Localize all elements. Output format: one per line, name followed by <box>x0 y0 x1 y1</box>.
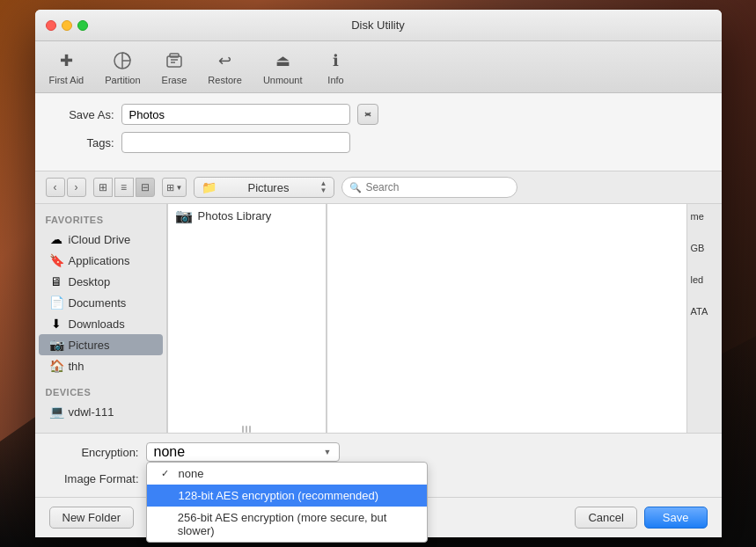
sidebar-item-pictures[interactable]: 📷 Pictures <box>39 334 163 355</box>
view-buttons: ⊞ ≡ ⊟ <box>93 178 155 197</box>
toolbar-unmount[interactable]: ⏏ Unmount <box>263 48 303 85</box>
restore-label: Restore <box>208 75 242 85</box>
save-as-input[interactable] <box>121 104 350 125</box>
toolbar-erase[interactable]: Erase <box>162 48 187 85</box>
main-content: Favorites ☁ iCloud Drive 🔖 Applications … <box>35 204 722 433</box>
dropdown-item-128bit[interactable]: 128-bit AES encryption (recommended) <box>147 485 427 507</box>
side-info-panel: me GB led ATA <box>686 204 722 433</box>
new-folder-button[interactable]: New Folder <box>49 507 134 529</box>
location-folder-icon: 📁 <box>202 180 217 194</box>
tags-input[interactable] <box>121 132 350 153</box>
photos-library-name: Photos Library <box>198 209 272 222</box>
unmount-label: Unmount <box>263 75 303 85</box>
sidebar-vdwl-label: vdwl-111 <box>69 405 114 419</box>
devices-header: Devices <box>35 383 166 401</box>
first-aid-icon: ✚ <box>54 48 78 73</box>
side-info-led: led <box>691 274 718 285</box>
back-button[interactable]: ‹ <box>46 178 65 197</box>
toolbar-partition[interactable]: Partition <box>105 48 140 85</box>
sidebar-downloads-label: Downloads <box>69 317 125 331</box>
unmount-icon: ⏏ <box>270 48 295 73</box>
encryption-dropdown[interactable]: none ▼ <box>146 442 340 462</box>
forward-button[interactable]: › <box>67 178 86 197</box>
encryption-row: Encryption: none ▼ ✓ none 128-bit AES en… <box>49 442 708 462</box>
thh-icon: 🏠 <box>49 359 63 373</box>
sidebar-item-vdwl[interactable]: 💻 vdwl-111 <box>39 401 163 422</box>
dropdown-item-256bit-label: 256-bit AES encryption (more secure, but… <box>178 511 413 537</box>
save-as-row: Save As: <box>53 104 704 125</box>
first-aid-label: First Aid <box>49 75 84 85</box>
documents-icon: 📄 <box>49 295 63 310</box>
save-button[interactable]: Save <box>644 507 708 529</box>
location-popup[interactable]: 📁 Pictures ▲▼ <box>194 177 334 198</box>
side-info-gb: GB <box>691 243 718 253</box>
expand-button[interactable] <box>357 104 378 125</box>
search-icon: 🔍 <box>349 182 362 193</box>
encryption-current-value: none <box>154 444 186 460</box>
icon-view-button[interactable]: ⊞ <box>93 178 113 197</box>
partition-icon <box>110 48 135 73</box>
dropdown-item-128bit-label: 128-bit AES encryption (recommended) <box>179 489 379 502</box>
erase-label: Erase <box>162 75 187 85</box>
nav-bar: ‹ › ⊞ ≡ ⊟ ⊞ ▼ 📁 Pictures ▲▼ 🔍 <box>35 171 722 204</box>
sidebar-applications-label: Applications <box>69 254 130 267</box>
applications-icon: 🔖 <box>49 253 63 267</box>
photos-library-icon: 📷 <box>175 208 193 224</box>
traffic-lights <box>46 20 88 31</box>
dropdown-item-none-label: none <box>179 467 204 480</box>
bottom-panel: Encryption: none ▼ ✓ none 128-bit AES en… <box>35 433 722 497</box>
icloud-icon: ☁ <box>49 232 63 246</box>
info-label: Info <box>327 75 343 85</box>
restore-icon: ↩ <box>213 48 238 73</box>
window-title: Disk Utility <box>351 18 405 32</box>
sidebar-item-downloads[interactable]: ⬇ Downloads <box>39 313 163 334</box>
list-view-button[interactable]: ≡ <box>114 178 134 197</box>
dropdown-item-256bit[interactable]: 256-bit AES encryption (more secure, but… <box>147 507 427 542</box>
sidebar-item-documents[interactable]: 📄 Documents <box>39 292 163 313</box>
partition-label: Partition <box>105 75 140 85</box>
favorites-header: Favorites <box>35 211 166 229</box>
location-arrows-icon: ▲▼ <box>319 180 327 194</box>
search-box[interactable]: 🔍 <box>341 177 517 198</box>
main-window: Disk Utility ✚ First Aid Partition <box>35 10 722 537</box>
toolbar-first-aid[interactable]: ✚ First Aid <box>49 48 84 85</box>
info-icon: ℹ <box>324 48 349 73</box>
sidebar-item-thh[interactable]: 🏠 thh <box>39 355 163 376</box>
more-view-button[interactable]: ⊞ ▼ <box>162 178 187 197</box>
search-input[interactable] <box>365 181 510 193</box>
tags-label: Tags: <box>53 136 114 150</box>
dropdown-item-none[interactable]: ✓ none <box>147 463 427 485</box>
sidebar-documents-label: Documents <box>69 296 127 310</box>
tags-row: Tags: <box>53 132 704 153</box>
encryption-dropdown-container: none ▼ ✓ none 128-bit AES encryption (re… <box>146 442 340 462</box>
file-item-photos-library[interactable]: 📷 Photos Library <box>168 204 326 228</box>
pictures-icon: 📷 <box>49 338 63 352</box>
vdwl-icon: 💻 <box>49 405 63 419</box>
title-bar: Disk Utility <box>35 10 722 41</box>
right-buttons: Cancel Save <box>575 507 707 529</box>
sidebar-item-icloud[interactable]: ☁ iCloud Drive <box>39 229 163 250</box>
none-checkmark-icon: ✓ <box>161 468 173 479</box>
sidebar-item-desktop[interactable]: 🖥 Desktop <box>39 271 163 292</box>
desktop-icon: 🖥 <box>49 274 63 288</box>
side-info-ata: ATA <box>691 306 718 317</box>
sidebar-desktop-label: Desktop <box>69 275 111 288</box>
sidebar-item-applications[interactable]: 🔖 Applications <box>39 250 163 271</box>
nav-arrows: ‹ › <box>46 178 86 197</box>
column-resize-handle[interactable] <box>242 426 251 433</box>
save-panel: Save As: Tags: <box>35 93 722 171</box>
toolbar-info[interactable]: ℹ Info <box>324 48 349 85</box>
sidebar-thh-label: thh <box>69 360 84 373</box>
minimize-button[interactable] <box>62 20 72 31</box>
svg-rect-6 <box>170 54 179 57</box>
side-info-me: me <box>691 211 718 222</box>
save-as-label: Save As: <box>53 108 114 121</box>
toolbar: ✚ First Aid Partition <box>35 41 722 93</box>
toolbar-restore[interactable]: ↩ Restore <box>208 48 242 85</box>
file-column-2 <box>327 204 686 433</box>
column-view-button[interactable]: ⊟ <box>136 178 155 197</box>
maximize-button[interactable] <box>77 20 88 31</box>
encryption-dropdown-menu: ✓ none 128-bit AES encryption (recommend… <box>146 462 428 543</box>
close-button[interactable] <box>46 20 56 31</box>
cancel-button[interactable]: Cancel <box>575 507 636 529</box>
